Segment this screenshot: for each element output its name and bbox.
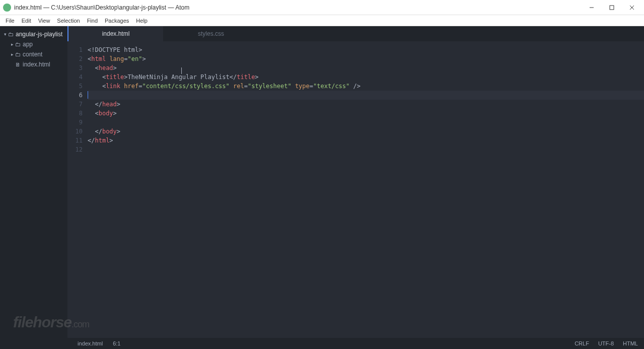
line-number: 5 [67,82,88,91]
tree-folder-app[interactable]: ▸ app [0,39,67,49]
tab-index-html[interactable]: index.html [67,26,163,41]
window-title: index.html — C:\Users\Shaun\Desktop\angu… [14,4,582,11]
chevron-right-icon: ▸ [9,42,15,47]
code-line: <title>TheNetNinja Angular Playlist</tit… [88,73,644,82]
titlebar: index.html — C:\Users\Shaun\Desktop\angu… [0,0,644,15]
close-button[interactable] [622,1,642,14]
line-number: 8 [67,109,88,118]
code-line [88,145,644,154]
code-line: </html> [88,136,644,145]
chevron-right-icon: ▸ [9,52,15,57]
menu-packages[interactable]: Packages [101,17,132,25]
status-grammar[interactable]: HTML [621,340,640,346]
line-number: 7 [67,100,88,109]
menu-view[interactable]: View [35,17,54,25]
code-line [88,91,644,100]
code-line: <link href="content/css/styles.css" rel=… [88,82,644,91]
menu-find[interactable]: Find [84,17,101,25]
svg-line-2 [630,6,634,10]
file-icon [15,61,23,67]
tab-label: index.html [102,30,130,37]
line-number: 2 [67,54,88,63]
menu-file[interactable]: File [2,17,18,25]
tree-item-label: app [23,41,33,48]
code-line: <html lang="en"> [88,54,644,63]
maximize-button[interactable] [602,1,622,14]
editor[interactable]: 1 2 3 4 5 6 7 8 9 10 11 12 <!DOCTYPE htm… [67,41,644,349]
code-line: </body> [88,127,644,136]
status-cursor-position[interactable]: 6:1 [111,340,122,346]
gutter: 1 2 3 4 5 6 7 8 9 10 11 12 [67,41,88,349]
menu-selection[interactable]: Selection [53,17,83,25]
minimize-button[interactable] [582,1,602,14]
line-number: 6 [67,91,88,100]
tree-root[interactable]: ▾ angular-js-playlist [0,29,67,39]
tree-view[interactable]: ▾ angular-js-playlist ▸ app ▸ content in… [0,26,67,349]
menubar: File Edit View Selection Find Packages H… [0,15,644,26]
line-number: 12 [67,145,88,154]
status-line-ending[interactable]: CRLF [573,340,591,346]
code-area[interactable]: <!DOCTYPE html> <html lang="en"> <head> … [88,41,644,349]
folder-icon [15,51,23,57]
chevron-down-icon: ▾ [2,32,8,37]
line-number: 4 [67,73,88,82]
svg-line-3 [630,6,634,10]
line-number: 9 [67,118,88,127]
line-number: 3 [67,63,88,73]
line-number: 10 [67,127,88,136]
tab-styles-css[interactable]: styles.css [163,26,259,41]
tree-root-label: angular-js-playlist [16,31,62,38]
tree-item-label: index.html [23,61,50,68]
menu-help[interactable]: Help [132,17,151,25]
code-line: <!DOCTYPE html> [88,45,644,54]
folder-icon [15,41,23,47]
code-line: <head> [88,63,644,73]
menu-edit[interactable]: Edit [18,17,35,25]
tab-label: styles.css [198,30,224,37]
tab-bar: index.html styles.css [67,26,644,41]
mouse-text-cursor-icon [181,67,182,74]
code-line: <body> [88,109,644,118]
code-line: </head> [88,100,644,109]
line-number: 1 [67,45,88,54]
folder-icon [8,31,16,37]
atom-app-icon [3,4,11,12]
code-line [88,118,644,127]
status-encoding[interactable]: UTF-8 [596,340,616,346]
text-cursor [88,91,88,99]
line-number: 11 [67,136,88,145]
tree-item-label: content [23,51,42,58]
status-filename[interactable]: index.html [76,340,105,346]
status-bar: index.html 6:1 CRLF UTF-8 HTML [0,338,644,349]
tree-folder-content[interactable]: ▸ content [0,49,67,59]
tree-file-index[interactable]: index.html [0,59,67,69]
svg-rect-1 [610,6,614,10]
